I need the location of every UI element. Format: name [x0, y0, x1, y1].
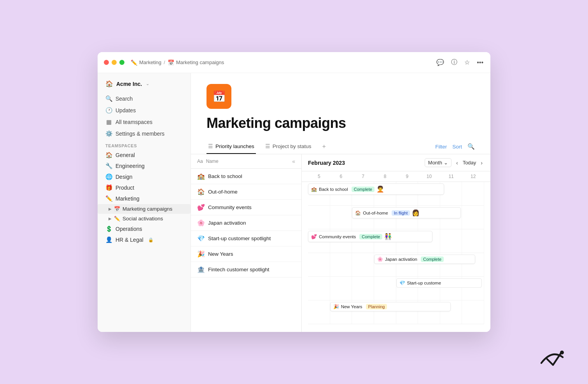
sort-button[interactable]: Sort	[452, 144, 462, 150]
filter-button[interactable]: Filter	[435, 144, 447, 150]
sidebar-item-search[interactable]: 🔍 Search	[98, 93, 191, 105]
social-chevron-icon: ▶	[108, 216, 112, 221]
breadcrumb-campaigns[interactable]: 📅 Marketing campaigns	[168, 59, 224, 66]
collapse-button[interactable]: «	[292, 158, 295, 164]
workspace-name: Acme Inc.	[116, 81, 142, 87]
list-item[interactable]: 💕 Community events	[191, 200, 301, 215]
cal-cell: 💎 Start-up custome	[396, 277, 418, 300]
cal-cell	[352, 253, 374, 276]
today-button[interactable]: Today	[461, 159, 478, 166]
design-icon: 🌐	[105, 173, 112, 180]
day-7: 7	[352, 171, 374, 182]
sidebar-item-design[interactable]: 🌐 Design	[98, 171, 191, 182]
main-layout: 🏠 Acme Inc. ⌄ 🔍 Search 🕐 Updates ▦ All t…	[98, 73, 490, 332]
calendar-row-3: 💕 Community events Complete 👫	[308, 229, 484, 253]
sidebar-item-marketing[interactable]: ✏️ Marketing	[98, 193, 191, 204]
next-month-button[interactable]: ›	[479, 159, 484, 167]
tabs-bar: ☰ Priority launches ☰ Project by status …	[191, 139, 490, 154]
add-view-button[interactable]: +	[321, 140, 327, 153]
list-item[interactable]: 🏠 Out-of-home	[191, 184, 301, 200]
cal-cell	[374, 277, 396, 300]
tab-icon-status: ☰	[265, 143, 270, 149]
sidebar-item-settings[interactable]: ⚙️ Settings & members	[98, 128, 191, 140]
calendar-body: 🏫 Back to school Complete 🧑‍🦱	[302, 182, 490, 332]
tab-priority-launches[interactable]: ☰ Priority launches	[206, 139, 256, 154]
day-9: 9	[396, 171, 418, 182]
content-area: 📅 Marketing campaigns ☰ Priority launche…	[191, 73, 490, 332]
calendar-month-title: February 2023	[308, 160, 345, 166]
day-10: 10	[418, 171, 440, 182]
star-button[interactable]: ☆	[464, 58, 471, 67]
tab-project-by-status[interactable]: ☰ Project by status	[264, 139, 313, 154]
status-badge: In flight	[392, 210, 410, 216]
maximize-dot[interactable]	[119, 60, 124, 65]
search-db-button[interactable]: 🔍	[467, 143, 475, 150]
avatar-group: 👩	[412, 209, 420, 216]
prev-month-button[interactable]: ‹	[455, 159, 460, 167]
db-container: Aa Name « 🏫 Back to school 🏠 Out-of-home…	[191, 154, 490, 332]
day-8: 8	[374, 171, 396, 182]
day-6: 6	[330, 171, 352, 182]
page-icon-wrapper: 📅	[206, 84, 231, 109]
calendar-days-header: 5 6 7 8 9 10 11 12	[302, 171, 490, 182]
avatar-group: 👫	[384, 233, 392, 240]
sidebar-item-general[interactable]: 🏠 General	[98, 150, 191, 161]
cal-event-japan[interactable]: 🌸 Japan activation Complete	[374, 255, 475, 264]
event-icon: 💕	[311, 234, 317, 239]
list-pane: Aa Name « 🏫 Back to school 🏠 Out-of-home…	[191, 154, 302, 332]
cal-event-startup[interactable]: 💎 Start-up custome	[396, 278, 482, 288]
operations-icon: 💲	[105, 225, 112, 232]
view-chevron-icon: ⌄	[444, 160, 448, 166]
calendar-view-selector[interactable]: Month ⌄	[425, 158, 452, 167]
page-title: Marketing campaigns	[206, 115, 475, 131]
sidebar-item-updates[interactable]: 🕐 Updates	[98, 105, 191, 116]
page-icon: 📅	[212, 90, 226, 103]
sidebar-item-hr-legal[interactable]: 👤 HR & Legal 🔒	[98, 234, 191, 245]
cal-cell: 🏫 Back to school Complete 🧑‍🦱	[308, 182, 330, 205]
event-icon: 💎	[399, 280, 405, 286]
sidebar-item-teamspaces[interactable]: ▦ All teamspaces	[98, 116, 191, 128]
cal-cell	[462, 206, 484, 229]
col-aa-label: Aa	[197, 159, 203, 164]
status-badge: Planning	[366, 304, 387, 309]
sidebar-item-marketing-campaigns[interactable]: ▶ 📅 Marketing campaigns	[98, 204, 191, 214]
more-button[interactable]: •••	[476, 58, 484, 67]
info-button[interactable]: ⓘ	[450, 58, 458, 67]
sidebar-item-product[interactable]: 🎁 Product	[98, 182, 191, 193]
workspace-icon: 🏠	[105, 80, 113, 87]
teamspaces-section-label: Teamspaces	[98, 140, 191, 150]
list-item[interactable]: 🎉 New Years	[191, 246, 301, 262]
breadcrumb-marketing[interactable]: ✏️ Marketing	[131, 59, 161, 66]
cal-event-back-to-school[interactable]: 🏫 Back to school Complete 🧑‍🦱	[308, 183, 444, 195]
minimize-dot[interactable]	[112, 60, 117, 65]
cal-cell	[462, 182, 484, 205]
breadcrumb-separator: /	[164, 59, 165, 65]
row-icon-2: 🏠	[197, 188, 205, 195]
marketing-icon: ✏️	[131, 59, 137, 66]
row-icon-5: 💎	[197, 235, 205, 242]
list-item[interactable]: 🏦 Fintech customer spotlight	[191, 262, 301, 278]
calendar-controls: Month ⌄ ‹ Today ›	[425, 158, 484, 167]
sidebar-item-social-activations[interactable]: ▶ ✏️ Social activations	[98, 214, 191, 223]
cal-event-out-of-home[interactable]: 🏠 Out-of-home In flight 👩	[352, 207, 461, 218]
event-icon: 🏠	[355, 210, 361, 216]
teamspaces-icon: ▦	[105, 119, 112, 126]
workspace-row[interactable]: 🏠 Acme Inc. ⌄	[102, 78, 186, 90]
cal-event-newyears[interactable]: 🎉 New Years Planning	[330, 302, 451, 311]
cal-cell	[308, 277, 330, 300]
list-item[interactable]: 💎 Start-up customer spotlight	[191, 231, 301, 246]
list-item[interactable]: 🌸 Japan activation	[191, 215, 301, 231]
cal-event-wrapper: 💕 Community events Complete 👫	[308, 229, 330, 232]
day-12: 12	[462, 171, 484, 182]
close-dot[interactable]	[104, 60, 109, 65]
day-11: 11	[440, 171, 462, 182]
search-icon: 🔍	[105, 95, 112, 102]
event-icon: 🌸	[377, 257, 383, 262]
sidebar-item-engineering[interactable]: 🔧 Engineering	[98, 161, 191, 171]
comment-button[interactable]: 💬	[436, 58, 445, 67]
list-item[interactable]: 🏫 Back to school	[191, 169, 301, 184]
status-badge: Complete	[359, 234, 382, 239]
sidebar-item-operations[interactable]: 💲 Operations	[98, 223, 191, 234]
expand-chevron-icon: ▶	[108, 207, 112, 211]
cal-event-community[interactable]: 💕 Community events Complete 👫	[308, 231, 432, 242]
